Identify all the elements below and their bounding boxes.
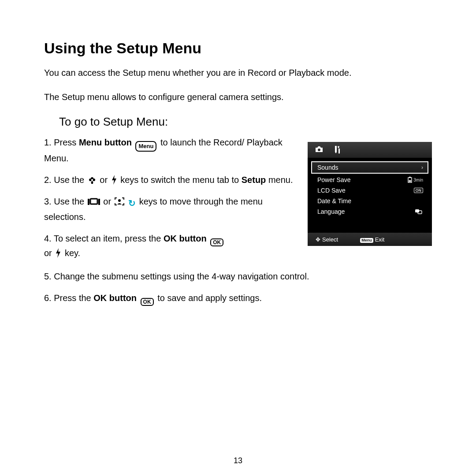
step-2-c: keys to switch the menu tab to [120, 175, 242, 185]
svg-rect-11 [409, 177, 411, 178]
menu-button-icon: Menu [135, 141, 156, 152]
step-1: 1. Press Menu button Menu to launch the … [44, 136, 295, 165]
step-4-d: key. [65, 248, 80, 258]
on-badge: ON [414, 188, 424, 193]
step-2: 2. Use the or keys to switch the menu ta… [44, 173, 295, 187]
step-1-pre: 1. Press [44, 138, 79, 147]
step-2-b: or [100, 175, 110, 185]
svg-rect-5 [88, 199, 89, 205]
step-2-e: menu. [266, 175, 293, 185]
intro-para-2: The Setup menu allows to configure gener… [44, 91, 432, 104]
step-6-c: to save and apply settings. [157, 293, 262, 303]
tools-tab-icon [333, 145, 341, 155]
flash-icon [111, 175, 117, 185]
lcd-label: LCD Save [317, 187, 346, 194]
step-4-c: or [44, 248, 54, 258]
section-subhead: To go to Setup Menu: [59, 115, 432, 129]
page-number: 13 [0, 456, 476, 465]
lcd-list: Sounds › Power Save 3min LCD Save ON Dat… [308, 158, 432, 217]
menu-badge: Menu [360, 238, 373, 243]
lcd-row-powersave: Power Save 3min [308, 175, 432, 185]
lcd-label: Language [317, 208, 345, 215]
lcd-label: Date & Time [317, 197, 351, 205]
svg-rect-7 [90, 199, 97, 204]
lcd-footer-exit-label: Exit [375, 236, 385, 243]
flash-icon [55, 248, 61, 258]
chevron-right-icon: › [421, 164, 423, 171]
dpad-icon: ✥ [316, 236, 320, 243]
language-icon [415, 209, 423, 214]
step-3-b: or [103, 197, 113, 206]
lcd-tabs [308, 142, 432, 158]
rotate-icon: ↻ [128, 197, 136, 210]
step-4-b: OK button [164, 234, 207, 243]
step-2-d: Setup [242, 175, 266, 185]
step-3-a: 3. Use the [44, 197, 87, 206]
step-6: 6. Press the OK button OK to save and ap… [44, 291, 432, 306]
step-2-a: 2. Use the [44, 175, 87, 185]
svg-rect-6 [98, 199, 100, 205]
step-5-text: 5. Change the submenu settings using the… [44, 271, 309, 281]
lcd-footer-select-label: Select [322, 236, 338, 243]
setup-menu-screenshot: Sounds › Power Save 3min LCD Save ON Dat… [308, 142, 432, 246]
step-1-bold: Menu button [79, 138, 132, 147]
step-4: 4. To select an item, press the OK butto… [44, 232, 295, 260]
ok-button-icon: OK [141, 298, 154, 306]
lcd-row-lcdsave: LCD Save ON [308, 185, 432, 196]
lcd-label: Sounds [317, 164, 338, 171]
step-6-a: 6. Press the [44, 293, 93, 303]
macro-flower-icon [88, 176, 97, 185]
svg-point-9 [318, 149, 320, 151]
page-title: Using the Setup Menu [44, 40, 432, 57]
ok-button-icon: OK [210, 238, 223, 246]
lcd-footer-select: ✥Select [316, 236, 338, 243]
lcd-row-datetime: Date & Time [308, 196, 432, 206]
lcd-value: 3min [407, 177, 423, 183]
svg-rect-4 [91, 182, 93, 184]
lcd-footer-exit: MenuExit [360, 236, 384, 243]
svg-point-3 [91, 179, 93, 181]
svg-point-8 [118, 199, 121, 202]
lcd-footer: ✥Select MenuExit [308, 233, 432, 246]
camera-tab-icon [315, 146, 324, 154]
step-5: 5. Change the submenu settings using the… [44, 270, 432, 283]
intro-para-1: You can access the Setup menu whether yo… [44, 67, 432, 79]
step-4-a: 4. To select an item, press the [44, 234, 164, 243]
lcd-row-sounds: Sounds › [311, 161, 428, 174]
lcd-label: Power Save [317, 176, 350, 183]
svg-rect-12 [409, 180, 411, 182]
step-3: 3. Use the or ↻ keys to move through the… [44, 195, 295, 224]
step-6-b: OK button [93, 293, 137, 303]
lcd-value-text: 3min [413, 178, 423, 182]
lcd-row-language: Language [308, 206, 432, 217]
face-detect-icon [115, 197, 124, 206]
display-icon [88, 197, 100, 206]
battery-icon [407, 177, 413, 183]
